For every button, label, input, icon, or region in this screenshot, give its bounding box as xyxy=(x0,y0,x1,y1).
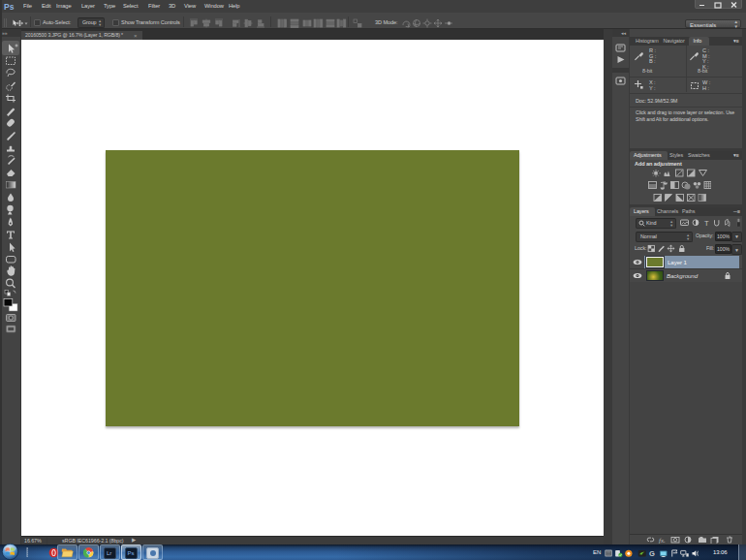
svg-text:fx.: fx. xyxy=(659,537,666,544)
svg-text:G: G xyxy=(649,549,655,557)
svg-text:T: T xyxy=(704,219,709,228)
